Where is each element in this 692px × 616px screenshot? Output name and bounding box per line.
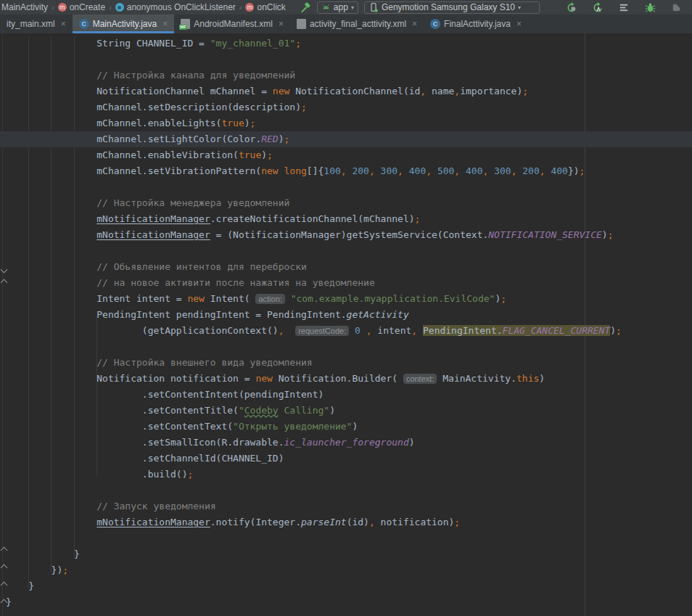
rerun-button[interactable] bbox=[564, 1, 580, 14]
breadcrumb-item[interactable]: MainActivity bbox=[1, 2, 48, 12]
code-line[interactable] bbox=[6, 243, 692, 259]
breadcrumb-label: onClick bbox=[257, 2, 285, 12]
dropdown-caret-icon: ▾ bbox=[351, 4, 354, 11]
code-line[interactable]: mChannel.setDescription(description); bbox=[6, 99, 692, 115]
dropdown-caret-icon: ▾ bbox=[518, 4, 521, 11]
layout-xml-file-icon bbox=[297, 19, 306, 29]
code-line[interactable]: .setChannelId(CHANNEL_ID) bbox=[6, 451, 692, 467]
device-label: Genymotion Samsung Galaxy S10 bbox=[382, 2, 515, 12]
method-icon bbox=[245, 3, 254, 12]
code-editor[interactable]: String CHANNEL_ID = "my_channel_01"; // … bbox=[0, 33, 692, 616]
tab-close-icon[interactable]: × bbox=[412, 19, 417, 29]
code-line[interactable]: .setContentTitle("Codeby Calling") bbox=[6, 403, 692, 419]
tab-ity_main.xml[interactable]: ity_main.xml× bbox=[0, 15, 73, 33]
profiler-icon bbox=[671, 2, 682, 13]
code-line[interactable]: PendingIntent pendingIntent = PendingInt… bbox=[6, 307, 692, 323]
navigation-toolbar: MainActivity›onCreate›anonymous OnClickL… bbox=[0, 0, 692, 15]
code-line[interactable]: mNotificationManager.notify(Integer.pars… bbox=[6, 514, 692, 530]
code-line[interactable]: // Настройка канала для уведомлений bbox=[6, 67, 692, 83]
code-line[interactable]: .setContentText("Открыть уведомление") bbox=[6, 419, 692, 435]
code-line[interactable]: }); bbox=[6, 562, 692, 578]
code-line[interactable]: // Настройка внешнего вида уведомления bbox=[6, 355, 692, 371]
java-class-icon bbox=[79, 19, 89, 29]
code-line[interactable]: // на новое активити после нажатия на ув… bbox=[6, 275, 692, 291]
code-line[interactable]: .setContentIntent(pendingIntent) bbox=[6, 387, 692, 403]
code-line[interactable]: } bbox=[6, 578, 692, 594]
manifest-file-icon: MF bbox=[181, 19, 190, 29]
code-line[interactable] bbox=[6, 339, 692, 355]
editor-tab-bar: ity_main.xml×MainActivity.java×MFAndroid… bbox=[0, 15, 692, 33]
run-configuration-select[interactable]: app ▾ bbox=[317, 1, 358, 14]
code-line[interactable]: } bbox=[6, 594, 692, 610]
tab-label: activity_final_acttivity.xml bbox=[310, 19, 406, 29]
code-line[interactable]: String CHANNEL_ID = "my_channel_01"; bbox=[6, 36, 692, 52]
apply-changes-button[interactable] bbox=[590, 1, 606, 14]
code-line[interactable] bbox=[6, 530, 692, 546]
tab-AndroidManifest.xml[interactable]: MFAndroidManifest.xml× bbox=[174, 15, 290, 33]
build-button[interactable] bbox=[297, 1, 314, 14]
code-line[interactable]: mNotificationManager = (NotificationMana… bbox=[6, 227, 692, 243]
code-line[interactable] bbox=[6, 482, 692, 498]
code-line[interactable]: mChannel.enableVibration(true); bbox=[6, 147, 692, 163]
tab-FinalActtivity.java[interactable]: FinalActtivity.java× bbox=[424, 15, 528, 33]
code-line[interactable]: } bbox=[6, 546, 692, 562]
code-line[interactable]: mChannel.enableLights(true); bbox=[6, 115, 692, 131]
code-line[interactable]: Intent intent = new Intent( action: "com… bbox=[6, 291, 692, 307]
code-line[interactable]: (getApplicationContext(), requestCode: 0… bbox=[6, 323, 692, 339]
debug-button[interactable] bbox=[642, 1, 659, 14]
java-class-icon bbox=[430, 19, 440, 29]
code-line[interactable]: mChannel.setLightColor(Color.RED); bbox=[0, 131, 692, 147]
anonymous-class-icon bbox=[115, 3, 124, 12]
code-line[interactable]: NotificationChannel mChannel = new Notif… bbox=[6, 83, 692, 99]
debug-bug-icon bbox=[645, 2, 656, 13]
code-line[interactable]: // Запуск уведомления bbox=[6, 498, 692, 514]
run-configuration-label: app bbox=[334, 2, 348, 12]
tab-close-icon[interactable]: × bbox=[162, 19, 168, 29]
tab-label: FinalActtivity.java bbox=[444, 19, 511, 29]
file-type-badge: MF bbox=[179, 25, 187, 30]
tab-activity_final_acttivity.xml[interactable]: activity_final_acttivity.xml× bbox=[290, 15, 424, 33]
code-area: String CHANNEL_ID = "my_channel_01"; // … bbox=[0, 36, 692, 610]
tab-close-icon[interactable]: × bbox=[279, 19, 284, 29]
method-icon bbox=[58, 3, 67, 12]
breadcrumb-item[interactable]: onClick bbox=[245, 2, 285, 12]
ide-window: MainActivity›onCreate›anonymous OnClickL… bbox=[0, 0, 692, 616]
breadcrumb-separator: › bbox=[52, 3, 54, 12]
breadcrumb-separator: › bbox=[109, 3, 112, 12]
code-line[interactable]: // Настройка менеджера уведомлений bbox=[6, 195, 692, 211]
build-hammer-icon bbox=[300, 2, 311, 13]
breadcrumb: MainActivity›onCreate›anonymous OnClickL… bbox=[1, 0, 286, 15]
code-line[interactable]: Notification notification = new Notifica… bbox=[6, 371, 692, 387]
code-line[interactable] bbox=[6, 179, 692, 195]
tab-label: AndroidManifest.xml bbox=[194, 19, 273, 29]
list-icon bbox=[619, 2, 630, 13]
code-line[interactable]: .build(); bbox=[6, 467, 692, 482]
device-select[interactable]: Genymotion Samsung Galaxy S10 ▾ bbox=[364, 1, 540, 14]
code-line[interactable]: mChannel.setVibrationPattern(new long[]{… bbox=[6, 163, 692, 179]
breadcrumb-item[interactable]: anonymous OnClickListener bbox=[115, 2, 236, 12]
device-phone-icon bbox=[368, 2, 379, 13]
breadcrumb-item[interactable]: onCreate bbox=[58, 2, 105, 12]
apply-changes-icon bbox=[593, 2, 604, 13]
run-controls bbox=[564, 1, 689, 14]
rerun-icon bbox=[567, 2, 577, 13]
breadcrumb-label: anonymous OnClickListener bbox=[127, 2, 236, 12]
breadcrumb-label: MainActivity bbox=[1, 2, 48, 12]
tab-MainActivity.java[interactable]: MainActivity.java× bbox=[73, 15, 175, 33]
code-line[interactable] bbox=[6, 52, 692, 67]
tab-label: MainActivity.java bbox=[93, 19, 157, 29]
tab-close-icon[interactable]: × bbox=[516, 19, 522, 29]
list-button[interactable] bbox=[616, 1, 633, 14]
breadcrumb-label: onCreate bbox=[70, 2, 105, 12]
profiler-button[interactable] bbox=[668, 1, 685, 14]
tab-label: ity_main.xml bbox=[7, 19, 55, 29]
tab-close-icon[interactable]: × bbox=[61, 19, 66, 29]
code-line[interactable]: .setSmallIcon(R.drawable.ic_launcher_for… bbox=[6, 435, 692, 451]
code-line[interactable]: mNotificationManager.createNotificationC… bbox=[6, 211, 692, 227]
android-icon bbox=[321, 3, 331, 12]
breadcrumb-separator: › bbox=[239, 3, 242, 12]
code-line[interactable]: // Обьявление интентов для переброски bbox=[6, 259, 692, 275]
